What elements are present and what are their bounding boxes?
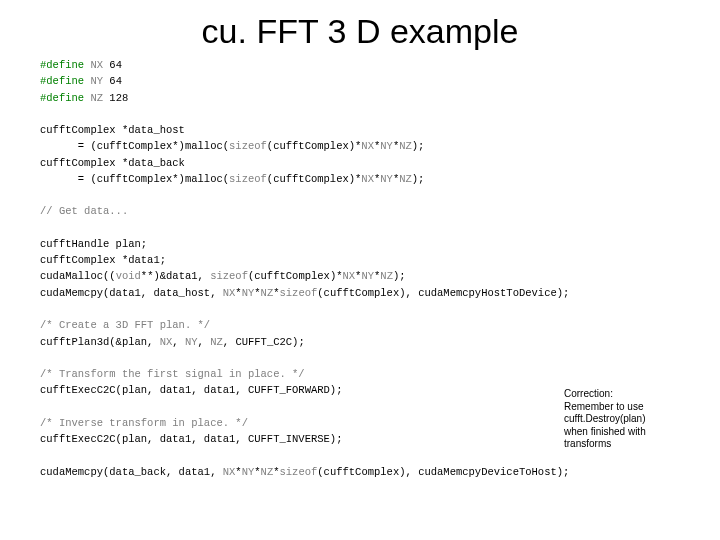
code-line: cufftHandle plan;: [40, 238, 147, 250]
code-line: cudaMemcpy(data_back, data1, NX*NY*NZ*si…: [40, 466, 569, 478]
code-line: cufftComplex *data_back: [40, 157, 185, 169]
code-comment: /* Create a 3D FFT plan. */: [40, 319, 210, 331]
note-line: cufft.Destroy(plan): [564, 413, 684, 426]
code-line: cufftPlan3d(&plan, NX, NY, NZ, CUFFT_C2C…: [40, 336, 305, 348]
code-line: #define NY 64: [40, 75, 122, 87]
code-line: cudaMemcpy(data1, data_host, NX*NY*NZ*si…: [40, 287, 569, 299]
code-line: cudaMalloc((void**)&data1, sizeof(cufftC…: [40, 270, 406, 282]
note-line: Remember to use: [564, 401, 684, 414]
code-line: #define NZ 128: [40, 92, 128, 104]
code-line: #define NX 64: [40, 59, 122, 71]
code-line: cufftExecC2C(plan, data1, data1, CUFFT_I…: [40, 433, 342, 445]
code-comment: /* Inverse transform in place. */: [40, 417, 248, 429]
code-line: cufftComplex *data_host: [40, 124, 185, 136]
slide-title: cu. FFT 3 D example: [0, 0, 720, 57]
code-comment: /* Transform the first signal in place. …: [40, 368, 305, 380]
note-line: transforms: [564, 438, 684, 451]
code-line: cufftExecC2C(plan, data1, data1, CUFFT_F…: [40, 384, 342, 396]
code-comment: // Get data...: [40, 205, 128, 217]
code-line: cufftComplex *data1;: [40, 254, 166, 266]
slide: cu. FFT 3 D example #define NX 64 #defin…: [0, 0, 720, 540]
code-line: = (cufftComplex*)malloc(sizeof(cufftComp…: [40, 140, 424, 152]
code-line: = (cufftComplex*)malloc(sizeof(cufftComp…: [40, 173, 424, 185]
note-line: Correction:: [564, 388, 684, 401]
note-line: when finished with: [564, 426, 684, 439]
correction-note: Correction: Remember to use cufft.Destro…: [564, 388, 684, 451]
